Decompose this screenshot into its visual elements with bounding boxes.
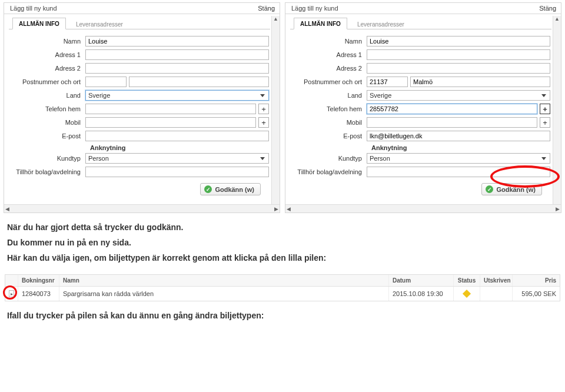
- name-field[interactable]: [367, 36, 550, 46]
- pane-header: Lägg till ny kund Stäng: [285, 3, 561, 14]
- scroll-up-icon: ▲: [554, 16, 560, 22]
- add-mobile-button[interactable]: +: [540, 117, 550, 128]
- col-status: Status: [454, 275, 480, 286]
- address1-field[interactable]: [367, 49, 550, 60]
- tab-delivery[interactable]: Leveransadresser: [69, 18, 129, 29]
- cell-boknr: 12840073: [18, 287, 59, 301]
- country-value: Sverige: [88, 92, 110, 99]
- cust-type-select[interactable]: Person: [85, 153, 269, 164]
- email-field[interactable]: [85, 131, 269, 141]
- country-select[interactable]: Sverige: [367, 90, 550, 101]
- table-row[interactable]: ▸ 12840073 Spargrisarna kan rädda världe…: [5, 287, 560, 301]
- cust-type-value: Person: [370, 155, 390, 162]
- status-icon: [463, 290, 471, 298]
- label-email: E-post: [291, 132, 367, 139]
- address2-field[interactable]: [85, 63, 269, 74]
- customer-pane-right: Lägg till ny kund Stäng ▲ ALLMÄN INFO Le…: [285, 2, 561, 213]
- plus-icon: +: [543, 105, 547, 114]
- company-dept-field[interactable]: [367, 167, 550, 177]
- cust-type-select[interactable]: Person: [367, 153, 550, 164]
- col-boknr: Bokningsnr: [18, 275, 59, 286]
- doc-p2: Du kommer nu in på en ny sida.: [7, 238, 558, 247]
- phone-home-field[interactable]: [367, 104, 537, 114]
- scroll-left-icon: ◀: [5, 206, 9, 212]
- plus-icon: +: [261, 118, 266, 127]
- col-pris: Pris: [513, 275, 560, 286]
- booking-table: Bokningsnr Namn Datum Status Utskriven P…: [5, 274, 560, 301]
- tab-general[interactable]: ALLMÄN INFO: [294, 18, 347, 29]
- approve-button[interactable]: ✓ Godkänn (w): [200, 183, 261, 195]
- tabs: ALLMÄN INFO Leveransadresser: [9, 18, 270, 29]
- check-icon: ✓: [486, 185, 493, 193]
- close-button[interactable]: Stäng: [258, 5, 275, 12]
- pane-title: Lägg till ny kund: [291, 5, 338, 12]
- label-mobile: Mobil: [291, 119, 367, 126]
- table-header-row: Bokningsnr Namn Datum Status Utskriven P…: [5, 275, 560, 287]
- label-name: Namn: [10, 38, 85, 45]
- label-phone-home: Telefon hem: [10, 105, 85, 112]
- doc-p3: Här kan du välja igen, om biljettypen är…: [7, 253, 558, 263]
- label-postcode-city: Postnummer och ort: [10, 78, 85, 85]
- hscroll[interactable]: ◀ ▶: [285, 204, 561, 212]
- mobile-field[interactable]: [367, 117, 537, 128]
- label-postcode-city: Postnummer och ort: [291, 78, 367, 85]
- country-value: Sverige: [370, 92, 391, 99]
- label-address1: Adress 1: [291, 51, 367, 58]
- section-attachment: Anknytning: [291, 144, 550, 151]
- company-dept-field[interactable]: [85, 167, 269, 177]
- scroll-right-icon: ▶: [274, 206, 278, 212]
- cell-status: [454, 287, 480, 301]
- caret-down-icon: [541, 94, 546, 97]
- expand-arrow-icon[interactable]: ▸: [9, 290, 14, 297]
- postcode-field[interactable]: [85, 77, 127, 87]
- city-field[interactable]: [129, 77, 269, 87]
- section-attachment: Anknytning: [10, 144, 269, 151]
- approve-label: Godkänn (w): [496, 186, 536, 193]
- scroll-up-icon: ▲: [273, 16, 278, 22]
- cell-utskriven: [480, 287, 513, 301]
- customer-pane-left: Lägg till ny kund Stäng ▲ ALLMÄN INFO Le…: [4, 2, 280, 213]
- label-country: Land: [291, 92, 367, 99]
- col-expand: [5, 275, 18, 286]
- cell-pris: 595,00 SEK: [513, 287, 560, 301]
- vscroll[interactable]: ▲: [553, 16, 561, 204]
- caret-down-icon: [260, 157, 265, 160]
- label-cust-type: Kundtyp: [291, 155, 367, 162]
- close-button[interactable]: Stäng: [539, 5, 556, 12]
- add-mobile-button[interactable]: +: [258, 117, 269, 128]
- doc-p1: När du har gjort detta så trycker du god…: [7, 222, 558, 232]
- phone-home-field[interactable]: [85, 104, 256, 114]
- name-field[interactable]: [85, 36, 269, 46]
- plus-icon: +: [261, 105, 266, 114]
- label-company-dept: Tillhör bolag/avdelning: [291, 168, 367, 175]
- approve-button[interactable]: ✓ Godkänn (w): [481, 183, 542, 195]
- pane-title: Lägg till ny kund: [10, 5, 57, 12]
- form: Namn Adress 1 Adress 2 Postnummer och or…: [9, 29, 270, 200]
- postcode-field[interactable]: [367, 77, 408, 87]
- email-field[interactable]: [367, 131, 550, 141]
- col-datum: Datum: [389, 275, 454, 286]
- label-address2: Adress 2: [291, 65, 367, 72]
- address1-field[interactable]: [85, 49, 269, 60]
- country-select[interactable]: Sverige: [85, 90, 269, 101]
- col-namn: Namn: [59, 275, 389, 286]
- tab-delivery[interactable]: Leveransadresser: [351, 18, 411, 29]
- plus-icon: +: [543, 118, 547, 127]
- form: Namn Adress 1 Adress 2 Postnummer och or…: [290, 29, 551, 200]
- label-name: Namn: [291, 38, 367, 45]
- add-phone-button[interactable]: +: [540, 104, 550, 114]
- cell-namn: Spargrisarna kan rädda världen: [59, 287, 389, 301]
- tab-general[interactable]: ALLMÄN INFO: [12, 18, 66, 29]
- col-utskriven: Utskriven: [480, 275, 513, 286]
- approve-label: Godkänn (w): [215, 186, 254, 193]
- mobile-field[interactable]: [85, 117, 256, 128]
- label-phone-home: Telefon hem: [291, 105, 367, 112]
- expand-cell[interactable]: ▸: [5, 287, 18, 301]
- caret-down-icon: [541, 157, 546, 160]
- city-field[interactable]: [410, 77, 550, 87]
- address2-field[interactable]: [367, 63, 550, 74]
- cust-type-value: Person: [88, 155, 109, 162]
- hscroll[interactable]: ◀ ▶: [4, 204, 280, 212]
- add-phone-button[interactable]: +: [258, 104, 269, 114]
- vscroll[interactable]: ▲: [271, 16, 280, 204]
